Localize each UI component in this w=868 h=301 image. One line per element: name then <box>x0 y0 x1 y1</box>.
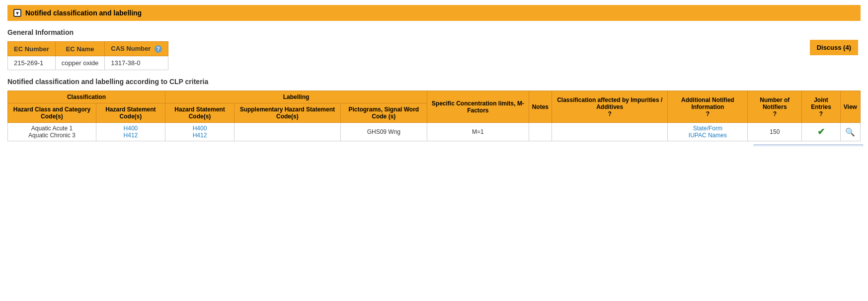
joint-check-cell: ✔ <box>802 123 841 141</box>
section-title: Notified classification and labelling <box>25 9 142 17</box>
table-row: 215-269-1 copper oxide 1317-38-0 <box>8 56 168 70</box>
joint-entries-header: Joint Entries ? <box>802 91 841 123</box>
ec-name-header: EC Name <box>55 42 104 56</box>
number-of-notifiers-header: Number of Notifiers ? <box>748 91 802 123</box>
section-header: ▼ Notified classification and labelling <box>7 5 861 21</box>
clp-table: Classification Labelling Specific Concen… <box>7 91 861 141</box>
classification-affected-cell <box>552 123 668 141</box>
ec-name-cell: copper oxide <box>55 56 104 70</box>
ec-info-table: EC Number EC Name CAS Number ? 215-269-1… <box>7 41 168 70</box>
labelling-group-header: Labelling <box>165 91 427 103</box>
table-row: Aquatic Acute 1 Aquatic Chronic 3 H400 H… <box>8 123 861 141</box>
discuss-button[interactable]: Discuss (4) <box>810 40 858 55</box>
classification-group-header: Classification <box>8 91 165 103</box>
view-cell: 🔍 <box>840 123 860 141</box>
hazard-class-cell: Aquatic Acute 1 Aquatic Chronic 3 <box>8 123 96 141</box>
general-information: General Information Discuss (4) EC Numbe… <box>7 28 861 70</box>
clp-section: Notified classification and labelling ac… <box>7 78 861 141</box>
notifiers-cell: 150 <box>748 123 802 141</box>
additional-notified-help-icon[interactable]: ? <box>706 110 710 117</box>
view-search-button[interactable]: 🔍 <box>845 127 855 137</box>
classification-affected-help-icon[interactable]: ? <box>608 110 612 117</box>
tooltip-box: This check appears when a classification… <box>754 144 863 146</box>
h400-link-1[interactable]: H400 <box>124 125 138 132</box>
page-wrapper: ▼ Notified classification and labelling … <box>0 0 868 146</box>
specific-conc-header: Specific Concentration limits, M-Factors <box>427 91 529 123</box>
cas-number-header: CAS Number ? <box>105 42 168 56</box>
clp-heading: Notified classification and labelling ac… <box>7 78 861 86</box>
notes-cell <box>529 123 552 141</box>
pictograms-header: Pictograms, Signal Word Code (s) <box>340 103 427 123</box>
h412-link-1[interactable]: H412 <box>124 132 138 139</box>
collapse-chevron[interactable]: ▼ <box>13 9 21 17</box>
hazard-stmt-1-cell: H400 H412 <box>96 123 165 141</box>
notes-header: Notes <box>529 91 552 123</box>
ec-number-cell: 215-269-1 <box>8 56 56 70</box>
ec-number-header: EC Number <box>8 42 56 56</box>
specific-conc-cell: M=1 <box>427 123 529 141</box>
h412-link-2[interactable]: H412 <box>193 132 207 139</box>
additional-notified-link[interactable]: State/FormIUPAC Names <box>689 125 727 139</box>
hazard-stmt-code-1-header: Hazard Statement Code(s) <box>96 103 165 123</box>
supplementary-hazard-header: Supplementary Hazard Statement Code(s) <box>235 103 341 123</box>
additional-notified-cell: State/FormIUPAC Names <box>668 123 748 141</box>
joint-entries-help-icon[interactable]: ? <box>819 110 823 117</box>
additional-notified-header: Additional Notified Information ? <box>668 91 748 123</box>
cas-number-cell: 1317-38-0 <box>105 56 168 70</box>
pictograms-cell: GHS09 Wng <box>340 123 427 141</box>
hazard-class-header: Hazard Class and Category Code(s) <box>8 103 96 123</box>
hazard-stmt-2-cell: H400 H412 <box>165 123 234 141</box>
classification-affected-header: Classification affected by Impurities / … <box>552 91 668 123</box>
general-info-heading: General Information <box>7 28 861 36</box>
number-of-notifiers-help-icon[interactable]: ? <box>773 110 777 117</box>
supplementary-cell <box>235 123 341 141</box>
hazard-stmt-code-2-header: Hazard Statement Code(s) <box>165 103 234 123</box>
view-header: View <box>840 91 860 123</box>
h400-link-2[interactable]: H400 <box>193 125 207 132</box>
joint-check-icon: ✔ <box>817 127 825 137</box>
cas-help-icon[interactable]: ? <box>155 45 162 53</box>
